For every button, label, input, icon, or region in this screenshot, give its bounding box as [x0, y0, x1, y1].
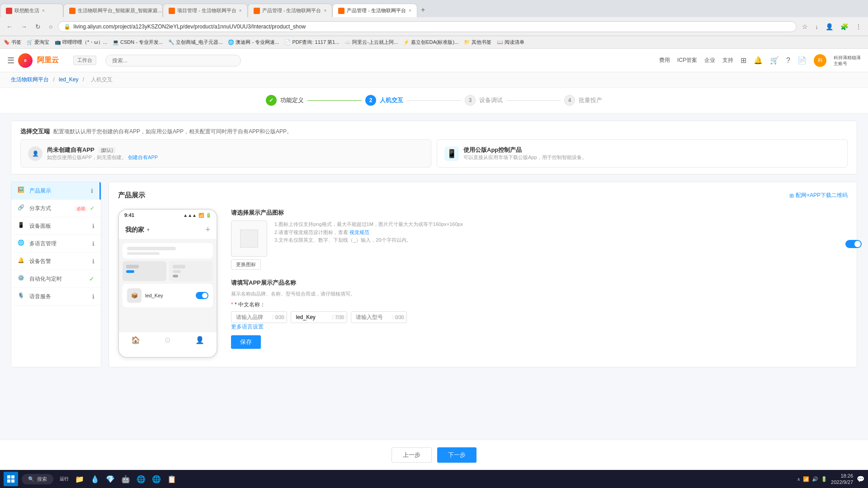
bookmark-3[interactable]: 💻 CSDN - 专业开发...	[113, 39, 163, 46]
bookmark-0[interactable]: 🔖 书签	[4, 39, 21, 46]
nav-item-panel[interactable]: 📱 设备面板 ℹ	[11, 217, 101, 235]
nav-item-multilang[interactable]: 🌐 多语言管理 ℹ	[11, 235, 101, 253]
taskbar-app-6[interactable]: 📋	[165, 472, 179, 486]
home-button[interactable]: ○	[46, 21, 55, 32]
address-bar[interactable]: 🔒	[58, 21, 797, 32]
prev-button[interactable]: 上一步	[392, 447, 432, 463]
nav-search-input[interactable]	[105, 55, 241, 66]
help-icon[interactable]: ?	[786, 56, 790, 65]
bell-icon[interactable]: 🔔	[754, 56, 763, 65]
taskbar-app-1[interactable]: 💧	[88, 472, 102, 486]
workspace-tag[interactable]: 工作台	[73, 56, 96, 65]
wifi-status-icon: 📶	[803, 476, 809, 482]
taskbar-app-file[interactable]: 📁	[72, 472, 87, 486]
change-icon-button[interactable]: 更换图标	[231, 259, 261, 270]
taskbar-app-3[interactable]: 🤖	[118, 472, 133, 486]
more-lang-link[interactable]: 更多语言设置	[231, 323, 848, 331]
taskbar-app-run[interactable]: 运行	[57, 472, 71, 486]
bookmark-5[interactable]: 🌐 澳迪网 - 专业网速...	[228, 39, 279, 46]
tab-close-3[interactable]: ×	[239, 8, 242, 13]
visual-spec-link[interactable]: 视觉规范	[349, 230, 369, 235]
new-tab-button[interactable]: +	[417, 6, 429, 14]
start-button[interactable]	[4, 472, 18, 486]
create-own-app-link[interactable]: 创建自有APP	[128, 155, 158, 160]
more-button[interactable]: ⋮	[853, 21, 864, 32]
clock-time: 18:26	[831, 473, 853, 479]
nav-link-fee[interactable]: 费用	[659, 56, 670, 64]
tab-close-4[interactable]: ×	[324, 8, 326, 13]
step-1: ✓ 功能定义	[266, 95, 304, 106]
nav-item-product-display[interactable]: 🖼️ 产品展示 ℹ	[11, 182, 101, 200]
nav-label-alert: 设备告警	[29, 258, 51, 265]
pub-app-option: 📱 使用公版App控制产品 可以直接从应用市场下载公版App，用于控制智能设备。	[437, 139, 848, 168]
taskbar-app-5[interactable]: 🌐	[149, 472, 164, 486]
nav-link-icp[interactable]: ICP管案	[677, 56, 697, 64]
save-button[interactable]: 保存	[231, 335, 261, 349]
back-button[interactable]: ←	[4, 21, 15, 32]
model-input[interactable]	[351, 312, 392, 323]
taskbar-search[interactable]: 🔍 搜索	[22, 474, 53, 484]
nav-item-automation[interactable]: ⚙️ 自动化与定时 ✓	[11, 270, 101, 288]
bookmark-1[interactable]: 🛒 爱淘宝	[27, 39, 49, 46]
bookmark-4[interactable]: 🔧 立创商城_电子元器...	[168, 39, 222, 46]
qr-link[interactable]: ⊞ 配网+APP下载二维码	[789, 192, 848, 199]
nav-link-support[interactable]: 支持	[722, 56, 733, 64]
scene-tab-icon[interactable]: ⊙	[165, 336, 170, 344]
brand-input[interactable]	[231, 312, 272, 323]
bookmark-star-button[interactable]: ☆	[799, 21, 811, 32]
bookmark-7[interactable]: ☁️ 阿里云-上云就上阿...	[344, 39, 398, 46]
pub-app-toggle[interactable]	[845, 240, 862, 248]
tab-3[interactable]: 项目管理 - 生活物联网平台 ×	[163, 4, 248, 17]
pub-app-info: 使用公版App控制产品 可以直接从应用市场下载公版App，用于控制智能设备。	[463, 146, 587, 161]
breadcrumb-project[interactable]: led_Key	[59, 76, 78, 83]
interaction-options: 👤 尚未创建自有APP (默认) 如您仅使用公版APP，则无需创建。 创建自有A…	[20, 139, 848, 168]
cart-icon[interactable]: 🛒	[770, 56, 779, 65]
svg-rect-0	[7, 475, 10, 479]
name-count: 7/30	[332, 315, 346, 320]
taskbar-app-4[interactable]: 🌐	[134, 472, 148, 486]
nav-item-alert[interactable]: 🔔 设备告警 ℹ	[11, 253, 101, 270]
tab-4[interactable]: 产品管理 - 生活物联网平台 ×	[248, 4, 333, 17]
taskbar-clock[interactable]: 18:26 2022/9/27	[831, 473, 853, 486]
profile-tab-icon[interactable]: 👤	[195, 336, 204, 344]
tab-1[interactable]: 联想酷生活 ×	[0, 4, 63, 17]
product-name-input[interactable]	[291, 312, 332, 323]
user-avatar[interactable]: 科	[814, 54, 826, 67]
icon-preview-area: 更换图标	[231, 221, 267, 270]
device-toggle-1[interactable]	[196, 292, 208, 299]
notification-icon[interactable]: 💬	[857, 475, 864, 483]
bookmark-2[interactable]: 📺 哔哩哔哩（*・ω）...	[55, 39, 107, 46]
hamburger-menu[interactable]: ☰	[7, 56, 14, 66]
tab-2[interactable]: 生活物联网平台_智能家居_智能家庭... ×	[63, 4, 163, 17]
select-interaction-card: 选择交互端 配置项默认认用于您创建的自有APP，如应用公版APP，相关配置可同时…	[11, 121, 857, 174]
tab-close-5[interactable]: ×	[409, 8, 411, 13]
docs-icon[interactable]: 📄	[797, 56, 807, 65]
address-input[interactable]	[73, 23, 791, 30]
bookmark-other[interactable]: 📁 其他书签	[464, 39, 491, 46]
home-tab-icon[interactable]: 🏠	[131, 336, 140, 344]
grid-icon[interactable]: ⊞	[741, 56, 746, 65]
tab-5[interactable]: 产品管理 - 生活物联网平台 ×	[332, 4, 417, 17]
extension-button[interactable]: 🧩	[838, 21, 851, 32]
nav-link-enterprise[interactable]: 企业	[704, 56, 715, 64]
bookmark-readlist[interactable]: 📖 阅读清单	[497, 39, 524, 46]
nav-item-voice[interactable]: 🎙️ 语音服务 ℹ	[11, 288, 101, 305]
right-content: 产品展示 ⊞ 配网+APP下载二维码 9:41 ▲▲▲	[108, 182, 857, 367]
nav-item-share[interactable]: 🔗 分享方式 必填 ✓	[11, 200, 101, 217]
bookmark-8[interactable]: ⚡ 嘉立创EDA(标准版)...	[403, 39, 458, 46]
next-button[interactable]: 下一步	[437, 447, 476, 463]
breadcrumb-home[interactable]: 生活物联网平台	[11, 76, 49, 83]
volume-icon[interactable]: 🔊	[812, 476, 818, 482]
refresh-button[interactable]: ↻	[33, 21, 43, 32]
device-item-1: 📦 led_Key	[123, 284, 213, 307]
icon-section-title: 请选择展示产品图标	[231, 209, 848, 217]
download-button[interactable]: ↓	[812, 21, 821, 32]
bookmark-6[interactable]: 📄 PDF查询: 1117 第1...	[284, 39, 339, 46]
taskbar-up-icon[interactable]: ∧	[797, 477, 800, 482]
taskbar-app-2[interactable]: 💎	[103, 472, 118, 486]
phone-spacer	[119, 314, 217, 332]
tab-close-1[interactable]: ×	[42, 8, 45, 13]
profile-button[interactable]: 👤	[823, 21, 836, 32]
forward-button[interactable]: →	[18, 21, 30, 32]
app-add-button[interactable]: +	[205, 225, 210, 235]
